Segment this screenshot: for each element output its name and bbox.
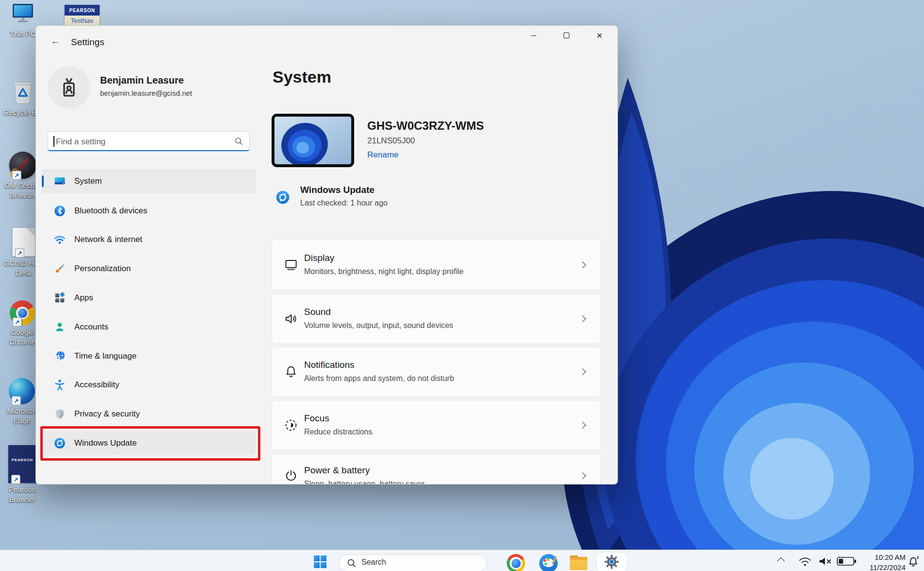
taskbar-file-explorer[interactable] [569, 554, 588, 571]
minimize-button[interactable] [522, 26, 545, 45]
wifi-icon[interactable] [798, 555, 812, 567]
tray-chevron-up-icon[interactable] [777, 557, 785, 565]
windows-logo-icon [314, 555, 326, 568]
shortcut-arrow-icon: ↗ [15, 248, 24, 258]
sidebar-item-label: Personalization [74, 264, 131, 274]
sidebar-item-label: System [74, 176, 102, 186]
chevron-right-icon [579, 261, 586, 268]
maximize-button[interactable] [555, 26, 578, 45]
apps-icon [53, 292, 66, 304]
dm-browser-icon: ↗ [9, 152, 36, 179]
card-sound[interactable]: Sound Volume levels, output, input, soun… [272, 294, 601, 344]
shortcut-arrow-icon: ↗ [11, 475, 20, 484]
tray-date: 11/22/2024 [858, 562, 906, 571]
rename-link[interactable]: Rename [367, 150, 398, 160]
taskbar-search-label: Search [361, 558, 386, 567]
card-focus[interactable]: Focus Reduce distractions [272, 400, 601, 450]
desktop: This PC PEARSON TestNav Recycle Bin ↗ DM… [0, 0, 924, 571]
device-model: 21LNS05J00 [367, 136, 415, 146]
device-name: GHS-W0C3RZY-WMS [367, 119, 484, 133]
card-title: Display [304, 253, 334, 263]
desktop-icon-label: This PC [10, 29, 35, 39]
sidebar-item-label: Privacy & security [74, 409, 140, 419]
sidebar-item-label: Time & language [74, 351, 137, 361]
window-title: Settings [71, 37, 104, 48]
sound-icon [284, 311, 298, 326]
taskbar-paint[interactable] [539, 554, 558, 571]
sidebar-item-apps[interactable]: Apps [42, 286, 256, 310]
avatar[interactable] [48, 66, 90, 109]
sidebar-item-privacy[interactable]: Privacy & security [42, 402, 256, 426]
sidebar-item-label: Apps [74, 293, 93, 303]
text-caret [53, 136, 54, 147]
windows-update-status-icon [275, 190, 291, 207]
start-button[interactable] [308, 552, 333, 571]
sidebar-item-windows-update[interactable]: Windows Update [42, 431, 256, 455]
close-button[interactable]: × [588, 26, 611, 45]
search-icon [234, 137, 243, 146]
card-subtitle: Monitors, brightness, night light, displ… [304, 267, 463, 276]
desktop-icon-label: Pearson Browser [0, 485, 46, 505]
chrome-icon [507, 554, 525, 571]
search-input[interactable] [55, 134, 227, 150]
card-display[interactable]: Display Monitors, brightness, night ligh… [272, 240, 601, 290]
badge-icon [57, 75, 81, 100]
sidebar-item-personalization[interactable]: Personalization [42, 257, 256, 281]
this-pc-icon [10, 3, 35, 27]
sidebar-item-network[interactable]: Network & internet [42, 227, 256, 252]
notification-bell-dnd[interactable]: z [907, 554, 921, 571]
card-subtitle: Sleep, battery usage, battery saver [304, 480, 425, 484]
sidebar-item-bluetooth[interactable]: Bluetooth & devices [42, 199, 256, 223]
battery-icon[interactable] [837, 556, 857, 566]
tray-time: 10:20 AM [858, 552, 906, 562]
testnav-banner: PEARSON [65, 5, 100, 16]
card-subtitle: Volume levels, output, input, sound devi… [304, 321, 453, 330]
windows-update-icon [53, 437, 66, 450]
accessibility-icon [53, 379, 66, 391]
wifi-icon [53, 233, 66, 246]
volume-muted-icon[interactable] [817, 555, 833, 567]
bluetooth-icon [53, 205, 66, 217]
sidebar-item-accounts[interactable]: Accounts [42, 315, 256, 339]
tray-clock[interactable]: 10:20 AM 11/22/2024 [858, 552, 906, 571]
card-subtitle: Reduce distractions [304, 428, 373, 436]
sidebar-item-time-language[interactable]: Time & language [42, 344, 256, 368]
chevron-right-icon [579, 315, 586, 322]
gear-icon [604, 554, 619, 570]
card-title: Sound [304, 307, 331, 317]
card-subtitle: Alerts from apps and system, do not dist… [304, 374, 454, 383]
svg-text:z: z [917, 555, 919, 560]
shortcut-arrow-icon: ↗ [13, 317, 22, 327]
sidebar-item-system[interactable]: System [42, 169, 256, 193]
sidebar-item-label: Accounts [74, 322, 108, 332]
settings-window: ← Settings × Benjamin Leasure benjamin.l… [35, 25, 618, 484]
chevron-right-icon [579, 422, 586, 429]
chevron-right-icon [579, 368, 586, 375]
taskbar-chrome[interactable] [507, 554, 525, 571]
taskbar: Search [0, 550, 924, 571]
recycle-bin-icon [11, 78, 35, 106]
shortcut-arrow-icon: ↗ [12, 396, 21, 405]
user-email: benjamin.leasure@gcisd.net [100, 89, 192, 97]
taskbar-settings-active[interactable] [596, 552, 627, 571]
windows-update-status-title[interactable]: Windows Update [300, 185, 375, 195]
taskbar-search[interactable]: Search [339, 554, 487, 571]
sidebar-item-accessibility[interactable]: Accessibility [42, 373, 256, 397]
sidebar-item-label: Bluetooth & devices [74, 206, 147, 216]
gcisd-document-icon: ↗ [12, 227, 35, 257]
settings-search[interactable] [48, 131, 250, 151]
user-name: Benjamin Leasure [100, 75, 184, 86]
back-button[interactable]: ← [47, 34, 64, 49]
bell-z-icon: z [907, 554, 921, 569]
bell-icon [284, 364, 298, 379]
card-title: Focus [304, 413, 329, 424]
sidebar-item-label: Network & internet [74, 235, 142, 244]
card-notifications[interactable]: Notifications Alerts from apps and syste… [272, 346, 601, 397]
card-power-battery[interactable]: Power & battery Sleep, battery usage, ba… [272, 453, 601, 484]
system-icon [53, 175, 66, 188]
power-icon [284, 468, 298, 483]
display-icon [284, 258, 298, 272]
sidebar-item-label: Accessibility [74, 380, 120, 390]
device-thumbnail [272, 114, 354, 167]
card-title: Notifications [304, 360, 355, 370]
